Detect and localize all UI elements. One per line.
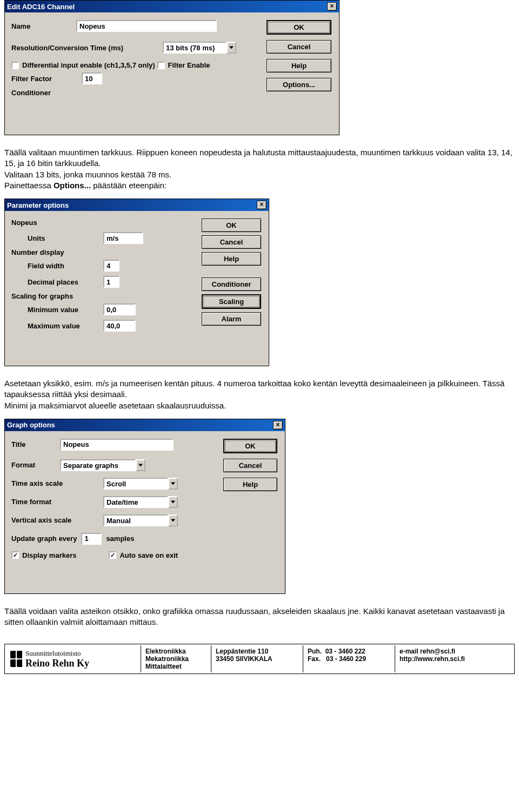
fax-label: Fax. xyxy=(308,655,321,663)
checkbox-checked-icon[interactable]: ✓ xyxy=(11,551,19,559)
display-markers-checkbox[interactable]: ✓ Display markers xyxy=(11,551,76,559)
display-markers-label: Display markers xyxy=(22,551,76,559)
paragraph-3: Täällä voidaan valita asteikon otsikko, … xyxy=(4,606,515,628)
units-input[interactable] xyxy=(103,232,143,244)
help-button[interactable]: Help xyxy=(202,252,261,266)
cancel-button[interactable]: Cancel xyxy=(223,459,277,472)
time-format-dropdown[interactable]: Date/time xyxy=(103,496,178,508)
chevron-down-icon[interactable] xyxy=(168,478,178,490)
vertical-axis-value: Manual xyxy=(103,514,168,526)
email-value: rehn@sci.fi xyxy=(420,648,455,655)
name-input[interactable] xyxy=(76,20,217,32)
ok-button[interactable]: OK xyxy=(267,20,331,35)
time-format-value: Date/time xyxy=(103,496,168,508)
svg-marker-1 xyxy=(138,464,143,466)
para1-tail: päästään eteenpäin: xyxy=(91,181,167,190)
close-icon[interactable]: × xyxy=(257,201,267,209)
email-label: e-mail xyxy=(400,648,418,655)
auto-save-checkbox[interactable]: ✓ Auto save on exit xyxy=(109,551,178,559)
filter-enable-checkbox[interactable]: Filter Enable xyxy=(157,61,210,69)
cancel-button[interactable]: Cancel xyxy=(267,40,331,54)
options-button[interactable]: Options... xyxy=(267,78,331,91)
alarm-button[interactable]: Alarm xyxy=(202,312,261,326)
help-button[interactable]: Help xyxy=(267,59,331,72)
title-label: Title xyxy=(11,440,60,448)
conditioner-button[interactable]: Conditioner xyxy=(202,278,261,291)
help-button[interactable]: Help xyxy=(223,478,277,491)
field-width-label: Field width xyxy=(28,262,98,270)
decimal-places-label: Decimal places xyxy=(28,278,98,286)
auto-save-label: Auto save on exit xyxy=(119,551,178,559)
time-format-label: Time format xyxy=(11,498,103,506)
format-dropdown[interactable]: Separate graphs xyxy=(60,459,145,471)
logo-icon xyxy=(10,651,22,667)
paragraph-1: Täällä valitaan muuntimen tarkkuus. Riip… xyxy=(4,147,515,191)
url-value: http://www.rehn.sci.fi xyxy=(400,655,465,663)
resolution-dropdown[interactable]: 13 bits (78 ms) xyxy=(163,42,236,54)
conditioner-label: Conditioner xyxy=(11,89,51,97)
checkbox-icon[interactable] xyxy=(11,62,19,69)
dialog-titlebar: Edit ADC16 Channel × xyxy=(5,1,339,12)
max-value-input[interactable] xyxy=(103,320,136,332)
svg-marker-3 xyxy=(171,500,175,503)
footer: Suunnittelutoimisto Reino Rehn Ky Elektr… xyxy=(4,644,515,674)
ok-button[interactable]: OK xyxy=(223,439,277,453)
decimal-places-input[interactable] xyxy=(103,276,119,288)
footer-addr1: Leppästentie 110 xyxy=(216,648,298,655)
chevron-down-icon[interactable] xyxy=(227,42,236,54)
checkbox-checked-icon[interactable]: ✓ xyxy=(109,551,116,559)
filter-factor-input[interactable] xyxy=(82,72,102,84)
min-value-label: Minimum value xyxy=(28,306,98,314)
chevron-down-icon[interactable] xyxy=(136,459,145,471)
field-width-input[interactable] xyxy=(103,260,119,272)
vertical-axis-label: Vertical axis scale xyxy=(11,516,103,524)
update-label-post: samples xyxy=(106,534,134,543)
resolution-label: Resolution/Conversion Time (ms) xyxy=(11,44,163,52)
close-icon[interactable]: × xyxy=(327,2,337,11)
dialog-title: Parameter options xyxy=(7,201,69,209)
time-axis-label: Time axis scale xyxy=(11,479,103,487)
fax-value: 03 - 3460 229 xyxy=(326,655,366,663)
dialog-titlebar: Graph options × xyxy=(5,419,285,431)
graph-options-dialog: Graph options × Title Format Separate gr… xyxy=(4,419,285,594)
svg-marker-2 xyxy=(171,482,175,485)
phone-label: Puh. xyxy=(308,648,322,655)
svg-marker-0 xyxy=(229,47,234,49)
svg-marker-4 xyxy=(171,519,175,521)
checkbox-icon[interactable] xyxy=(157,62,165,69)
resolution-value: 13 bits (78 ms) xyxy=(163,42,227,54)
format-label: Format xyxy=(11,461,60,469)
max-value-label: Maximum value xyxy=(28,322,98,330)
paragraph-2: Asetetaan yksikkö, esim. m/s ja numeeris… xyxy=(4,378,515,411)
dialog-title: Edit ADC16 Channel xyxy=(7,3,75,11)
chevron-down-icon[interactable] xyxy=(168,496,178,508)
edit-adc16-dialog: Edit ADC16 Channel × Name Resolution/Con… xyxy=(4,0,340,135)
company-line2: Reino Rehn Ky xyxy=(25,658,89,669)
vertical-axis-dropdown[interactable]: Manual xyxy=(103,514,178,526)
title-input[interactable] xyxy=(60,439,174,451)
company-line1: Suunnittelutoimisto xyxy=(25,649,89,658)
footer-col2c: Mittalaitteet xyxy=(145,663,207,670)
cancel-button[interactable]: Cancel xyxy=(202,235,261,249)
dialog-title: Graph options xyxy=(7,421,55,429)
units-label: Units xyxy=(28,234,60,242)
filter-enable-label: Filter Enable xyxy=(168,61,210,69)
scaling-button[interactable]: Scaling xyxy=(202,294,261,309)
update-label-pre: Update graph every xyxy=(11,534,77,543)
footer-col2b: Mekatroniikka xyxy=(145,655,207,663)
ok-button[interactable]: OK xyxy=(202,219,261,232)
min-value-input[interactable] xyxy=(103,303,136,315)
time-axis-dropdown[interactable]: Scroll xyxy=(103,478,178,490)
dialog-titlebar: Parameter options × xyxy=(5,199,269,211)
diff-input-label: Differential input enable (ch1,3,5,7 onl… xyxy=(22,61,155,69)
diff-input-checkbox[interactable]: Differential input enable (ch1,3,5,7 onl… xyxy=(11,61,155,69)
update-samples-input[interactable] xyxy=(81,533,102,545)
filter-factor-label: Filter Factor xyxy=(11,75,82,83)
parameter-options-dialog: Parameter options × Nopeus Units Number … xyxy=(4,199,269,366)
footer-addr2: 33450 SIIVIKKALA xyxy=(216,655,298,663)
phone-value: 03 - 3460 222 xyxy=(325,648,365,655)
name-label: Name xyxy=(11,22,76,30)
para1-bold: Options... xyxy=(54,181,91,190)
chevron-down-icon[interactable] xyxy=(168,514,178,526)
close-icon[interactable]: × xyxy=(273,421,283,430)
